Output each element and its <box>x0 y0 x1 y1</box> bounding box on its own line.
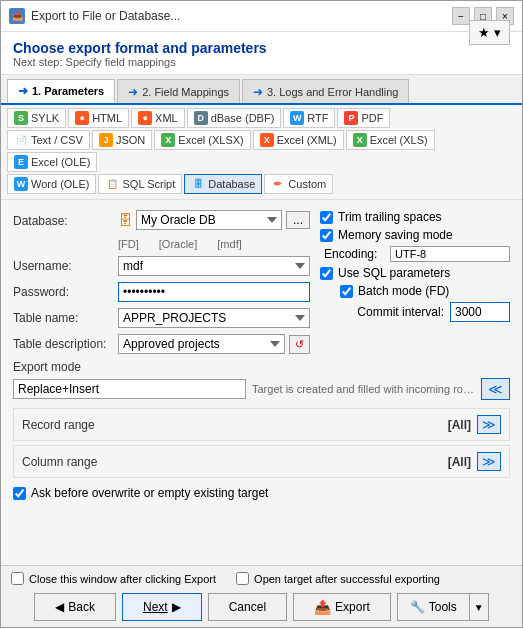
cancel-label: Cancel <box>229 600 266 614</box>
dbase-label: dBase (DBF) <box>211 112 275 124</box>
bottom-bar: Close this window after clicking Export … <box>1 565 522 627</box>
username-label: Username: <box>13 259 118 273</box>
column-range-row[interactable]: Column range [All] ≫ <box>13 445 510 478</box>
header-title: Choose export format and parameters <box>13 40 267 56</box>
right-col: Trim trailing spaces Memory saving mode … <box>320 210 510 360</box>
table-desc-reset-button[interactable]: ↺ <box>289 335 310 354</box>
export-mode-select[interactable]: Replace+Insert <box>13 379 246 399</box>
hint-fd: [FD] <box>118 238 139 250</box>
table-desc-select[interactable]: Approved projects <box>118 334 285 354</box>
text-label: Text / CSV <box>31 134 83 146</box>
database-select[interactable]: My Oracle DB <box>136 210 282 230</box>
record-range-button[interactable]: ≫ <box>477 415 501 434</box>
xlsx-label: Excel (XLSX) <box>178 134 243 146</box>
commit-input[interactable]: 3000 <box>450 302 510 322</box>
xmlx-icon: X <box>260 133 274 147</box>
username-select[interactable]: mdf <box>118 256 310 276</box>
memory-saving-checkbox[interactable] <box>320 229 333 242</box>
window-title: Export to File or Database... <box>31 9 180 23</box>
tools-dropdown-button[interactable]: ▼ <box>469 593 489 621</box>
back-button[interactable]: ◀ Back <box>34 593 116 621</box>
export-mode-section: Export mode Replace+Insert Target is cre… <box>13 360 510 400</box>
export-icon: 📤 <box>314 599 331 615</box>
hint-mdf: [mdf] <box>217 238 241 250</box>
open-target-checkbox[interactable] <box>236 572 249 585</box>
table-name-control: APPR_PROJECTS <box>118 308 310 328</box>
username-row: Username: mdf <box>13 256 310 276</box>
format-text[interactable]: 📄 Text / CSV <box>7 130 90 150</box>
format-html[interactable]: ● HTML <box>68 108 129 128</box>
open-target-checkbox-row: Open target after successful exporting <box>236 572 440 585</box>
title-bar-left: 📤 Export to File or Database... <box>9 8 180 24</box>
format-xls[interactable]: X Excel (XLS) <box>346 130 435 150</box>
format-ole[interactable]: E Excel (OLE) <box>7 152 97 172</box>
database-browse-button[interactable]: ... <box>286 211 310 229</box>
sql-params-checkbox[interactable] <box>320 267 333 280</box>
table-name-label: Table name: <box>13 311 118 325</box>
db-hints: [FD] [Oracle] [mdf] <box>13 238 310 250</box>
text-icon: 📄 <box>14 133 28 147</box>
column-range-button[interactable]: ≫ <box>477 452 501 471</box>
database-label: Database: <box>13 214 118 228</box>
database-icon: 🗄 <box>118 212 132 228</box>
format-dbase[interactable]: D dBase (DBF) <box>187 108 282 128</box>
minimize-button[interactable]: − <box>452 7 470 25</box>
tools-icon: 🔧 <box>410 600 425 614</box>
memory-saving-label: Memory saving mode <box>338 228 453 242</box>
star-button[interactable]: ★ ▾ <box>469 20 510 45</box>
format-xlsx[interactable]: X Excel (XLSX) <box>154 130 250 150</box>
app-icon: 📤 <box>9 8 25 24</box>
sylk-label: SYLK <box>31 112 59 124</box>
format-custom[interactable]: ✏ Custom <box>264 174 333 194</box>
next-button[interactable]: Next ▶ <box>122 593 202 621</box>
title-bar: 📤 Export to File or Database... − □ × <box>1 1 522 32</box>
database-control: 🗄 My Oracle DB ... <box>118 210 310 230</box>
xls-icon: X <box>353 133 367 147</box>
trim-spaces-row: Trim trailing spaces <box>320 210 510 224</box>
format-toolbar: S SYLK ● HTML ● XML D dBase (DBF) W RTF … <box>1 105 522 200</box>
cancel-button[interactable]: Cancel <box>208 593 287 621</box>
next-icon: ▶ <box>172 600 181 614</box>
encoding-select[interactable]: UTF-8 <box>390 246 510 262</box>
action-buttons: ◀ Back Next ▶ Cancel 📤 Export 🔧 Tools ▼ <box>11 593 512 621</box>
fast-insert-button[interactable]: ≪ <box>481 378 510 400</box>
trim-spaces-checkbox[interactable] <box>320 211 333 224</box>
tab-logs[interactable]: ➜ 3. Logs and Error Handling <box>242 79 409 103</box>
commit-label: Commit interval: <box>324 305 444 319</box>
format-xmlx[interactable]: X Excel (XML) <box>253 130 344 150</box>
tab-arrow-1: ➜ <box>18 84 28 98</box>
overwrite-label: Ask before overwrite or empty existing t… <box>31 486 268 500</box>
tab-parameters-label: 1. Parameters <box>32 85 104 97</box>
format-database[interactable]: 🗄 Database <box>184 174 262 194</box>
overwrite-checkbox[interactable] <box>13 487 26 500</box>
format-json[interactable]: J JSON <box>92 130 152 150</box>
db-icon: 🗄 <box>191 177 205 191</box>
batch-mode-checkbox[interactable] <box>340 285 353 298</box>
custom-icon: ✏ <box>271 177 285 191</box>
database-label: Database <box>208 178 255 190</box>
tools-button[interactable]: 🔧 Tools <box>397 593 469 621</box>
tab-field-mappings[interactable]: ➜ 2. Field Mappings <box>117 79 240 103</box>
record-range-row[interactable]: Record range [All] ≫ <box>13 408 510 441</box>
pdf-icon: P <box>344 111 358 125</box>
xls-label: Excel (XLS) <box>370 134 428 146</box>
format-word[interactable]: W Word (OLE) <box>7 174 96 194</box>
close-label: Close this window after clicking Export <box>29 573 216 585</box>
format-row-1: S SYLK ● HTML ● XML D dBase (DBF) W RTF … <box>7 108 516 128</box>
tab-logs-label: 3. Logs and Error Handling <box>267 86 398 98</box>
format-xml[interactable]: ● XML <box>131 108 185 128</box>
format-sql[interactable]: 📋 SQL Script <box>98 174 182 194</box>
close-checkbox[interactable] <box>11 572 24 585</box>
header-subtitle: Next step: Specify field mappings <box>13 56 267 68</box>
format-rtf[interactable]: W RTF <box>283 108 335 128</box>
format-sylk[interactable]: S SYLK <box>7 108 66 128</box>
format-pdf[interactable]: P PDF <box>337 108 390 128</box>
tab-parameters[interactable]: ➜ 1. Parameters <box>7 79 115 103</box>
table-name-select[interactable]: APPR_PROJECTS <box>118 308 310 328</box>
password-input[interactable] <box>118 282 310 302</box>
html-icon: ● <box>75 111 89 125</box>
pdf-label: PDF <box>361 112 383 124</box>
export-button[interactable]: 📤 Export <box>293 593 391 621</box>
open-target-label: Open target after successful exporting <box>254 573 440 585</box>
table-desc-row: Table description: Approved projects ↺ <box>13 334 310 354</box>
